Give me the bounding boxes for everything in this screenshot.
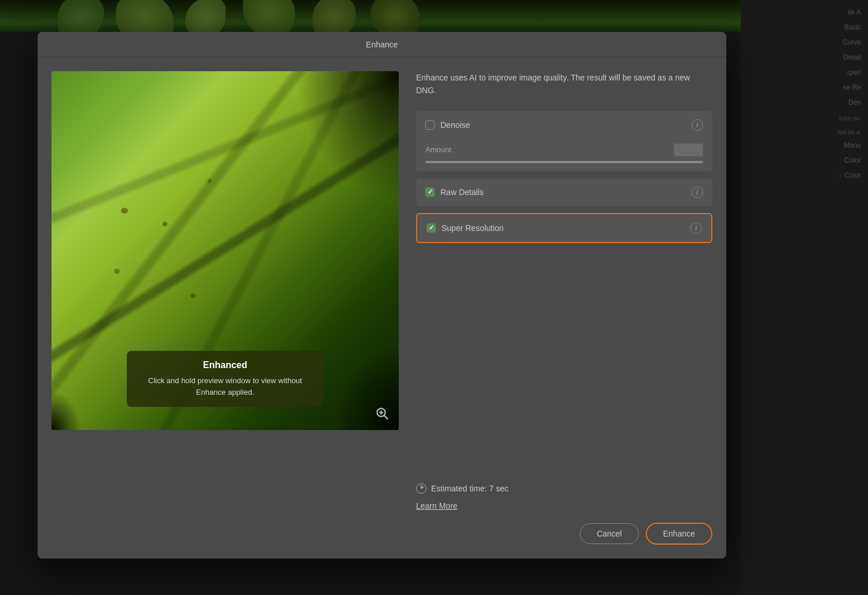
amount-row: Amount	[425, 138, 703, 163]
cancel-button[interactable]: Cancel	[580, 523, 639, 544]
raw-details-header: Raw Details i	[425, 186, 703, 198]
amount-label: Amount	[425, 144, 703, 156]
description-text: Enhance uses AI to improve image quality…	[416, 71, 712, 97]
svg-line-1	[384, 416, 388, 419]
estimated-time-text: Estimated time: 7 sec	[431, 484, 509, 493]
preview-area: Enhanced Click and hold preview window t…	[52, 71, 399, 511]
preview-tooltip: Enhanced Click and hold preview window t…	[127, 351, 323, 407]
super-resolution-info-icon[interactable]: i	[690, 222, 702, 234]
denoise-checkbox[interactable]	[425, 120, 435, 130]
preview-tooltip-text: Click and hold preview window to view wi…	[141, 375, 310, 398]
zoom-icon[interactable]	[374, 406, 391, 422]
bottom-section: Estimated time: 7 sec Learn More	[416, 472, 712, 511]
dialog-title: Enhance	[366, 40, 398, 49]
raw-details-label: Raw Details	[440, 188, 484, 197]
raw-details-left: Raw Details	[425, 188, 484, 197]
dialog-footer: Cancel Enhance	[38, 511, 726, 559]
dialog-title-bar: Enhance	[38, 32, 726, 57]
denoise-header: Denoise i	[425, 119, 703, 131]
raw-details-checkbox[interactable]	[425, 188, 435, 197]
denoise-option-row: Denoise i Amount	[416, 111, 712, 171]
raw-details-info-icon[interactable]: i	[692, 186, 703, 198]
super-resolution-header: Super Resolution i	[426, 222, 702, 234]
enhance-button[interactable]: Enhance	[646, 523, 712, 545]
super-resolution-label: Super Resolution	[442, 223, 503, 233]
estimated-time: Estimated time: 7 sec	[416, 483, 712, 494]
denoise-left: Denoise	[425, 120, 470, 130]
dialog-body: Enhanced Click and hold preview window t…	[38, 57, 726, 511]
timer-icon	[416, 483, 426, 494]
preview-image[interactable]: Enhanced Click and hold preview window t…	[52, 71, 399, 430]
super-resolution-left: Super Resolution	[426, 223, 503, 233]
raw-details-option-row: Raw Details i	[416, 178, 712, 206]
preview-tooltip-title: Enhanced	[141, 360, 310, 370]
super-resolution-checkbox[interactable]	[426, 223, 436, 233]
denoise-label: Denoise	[440, 120, 470, 130]
spacer	[416, 250, 712, 472]
super-resolution-option-row: Super Resolution i	[416, 213, 712, 243]
denoise-info-icon[interactable]: i	[692, 119, 703, 131]
amount-value-box[interactable]	[674, 144, 703, 156]
options-area: Enhance uses AI to improve image quality…	[416, 71, 712, 511]
denoise-slider[interactable]	[425, 161, 703, 163]
enhance-dialog: Enhance	[38, 32, 726, 559]
learn-more-link[interactable]: Learn More	[416, 501, 458, 510]
